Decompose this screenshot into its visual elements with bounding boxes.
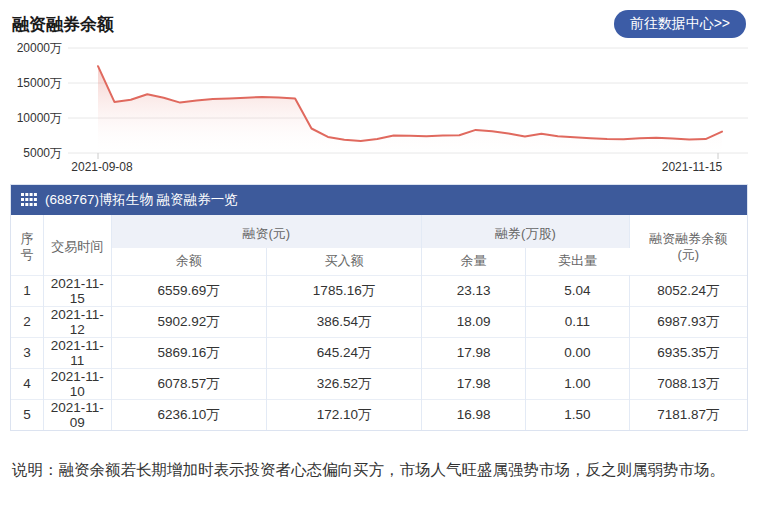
col-header-rq-qty: 余量 <box>422 248 526 275</box>
col-header-seq: 序号 <box>11 215 43 275</box>
cell-rq_sell: 0.11 <box>525 306 629 337</box>
cell-rz_balance: 6559.69万 <box>111 275 266 306</box>
svg-text:2021-11-15: 2021-11-15 <box>662 160 723 174</box>
group-header-securities: 融券(万股) <box>422 215 630 248</box>
table-title: (688767)博拓生物 融资融券一览 <box>45 191 238 209</box>
table-grid-icon <box>21 193 37 207</box>
cell-rq_sell: 0.00 <box>525 337 629 368</box>
svg-text:20000万: 20000万 <box>17 41 62 55</box>
margin-trading-page: 融资融券余额 前往数据中心>> 20000万15000万10000万5000万2… <box>0 0 758 528</box>
cell-rq_qty: 23.13 <box>422 275 526 306</box>
margin-table-box: (688767)博拓生物 融资融券一览 序号 交易时间 融资(元) 融券(万股)… <box>10 184 748 431</box>
col-header-rz-balance: 余额 <box>111 248 266 275</box>
col-header-date: 交易时间 <box>43 215 111 275</box>
page-title: 融资融券余额 <box>12 13 114 36</box>
col-header-total: 融资融券余额 (元) <box>629 215 747 275</box>
svg-text:10000万: 10000万 <box>17 111 62 125</box>
cell-rq_sell: 1.00 <box>525 368 629 399</box>
table-title-bar: (688767)博拓生物 融资融券一览 <box>11 185 747 215</box>
cell-rq_sell: 1.50 <box>525 399 629 430</box>
cell-date: 2021-11-09 <box>43 399 111 430</box>
cell-rz_buy: 386.54万 <box>266 306 421 337</box>
explanation-note: 说明：融资余额若长期增加时表示投资者心态偏向买方，市场人气旺盛属强势市场，反之则… <box>12 453 746 487</box>
cell-total: 6987.93万 <box>629 306 747 337</box>
cell-seq: 1 <box>11 275 43 306</box>
cell-rq_qty: 17.98 <box>422 368 526 399</box>
table-row: 22021-11-125902.92万386.54万18.090.116987.… <box>11 306 747 337</box>
top-bar: 融资融券余额 前往数据中心>> <box>0 0 758 40</box>
cell-total: 8052.24万 <box>629 275 747 306</box>
cell-rz_buy: 1785.16万 <box>266 275 421 306</box>
cell-rz_balance: 5869.16万 <box>111 337 266 368</box>
cell-rz_buy: 326.52万 <box>266 368 421 399</box>
table-row: 32021-11-115869.16万645.24万17.980.006935.… <box>11 337 747 368</box>
cell-seq: 2 <box>11 306 43 337</box>
table-row: 42021-11-106078.57万326.52万17.981.007088.… <box>11 368 747 399</box>
table-row: 52021-11-096236.10万172.10万16.981.507181.… <box>11 399 747 430</box>
cell-date: 2021-11-11 <box>43 337 111 368</box>
cell-total: 7181.87万 <box>629 399 747 430</box>
cell-date: 2021-11-10 <box>43 368 111 399</box>
cell-rq_qty: 16.98 <box>422 399 526 430</box>
table-row: 12021-11-156559.69万1785.16万23.135.048052… <box>11 275 747 306</box>
cell-rz_buy: 172.10万 <box>266 399 421 430</box>
col-header-total-line1: 融资融券余额 <box>630 231 747 247</box>
cell-rz_balance: 6236.10万 <box>111 399 266 430</box>
cell-rq_sell: 5.04 <box>525 275 629 306</box>
col-header-rq-sell: 卖出量 <box>525 248 629 275</box>
cell-total: 7088.13万 <box>629 368 747 399</box>
group-header-financing: 融资(元) <box>111 215 422 248</box>
balance-chart-container: 20000万15000万10000万5000万2021-09-082021-11… <box>10 40 758 180</box>
cell-date: 2021-11-15 <box>43 275 111 306</box>
svg-text:5000万: 5000万 <box>23 146 62 160</box>
cell-rz_balance: 6078.57万 <box>111 368 266 399</box>
cell-seq: 3 <box>11 337 43 368</box>
cell-date: 2021-11-12 <box>43 306 111 337</box>
col-header-rz-buy: 买入额 <box>266 248 421 275</box>
cell-seq: 4 <box>11 368 43 399</box>
cell-rq_qty: 17.98 <box>422 337 526 368</box>
svg-text:15000万: 15000万 <box>17 76 62 90</box>
cell-total: 6935.35万 <box>629 337 747 368</box>
cell-seq: 5 <box>11 399 43 430</box>
cell-rq_qty: 18.09 <box>422 306 526 337</box>
balance-chart: 20000万15000万10000万5000万2021-09-082021-11… <box>10 40 750 180</box>
margin-table: 序号 交易时间 融资(元) 融券(万股) 融资融券余额 (元) 余额 买入额 余… <box>11 215 747 430</box>
goto-data-center-button[interactable]: 前往数据中心>> <box>614 10 746 38</box>
chart-series <box>98 66 722 153</box>
svg-text:2021-09-08: 2021-09-08 <box>71 160 133 174</box>
col-header-total-line2: (元) <box>630 247 747 263</box>
cell-rz_buy: 645.24万 <box>266 337 421 368</box>
cell-rz_balance: 5902.92万 <box>111 306 266 337</box>
